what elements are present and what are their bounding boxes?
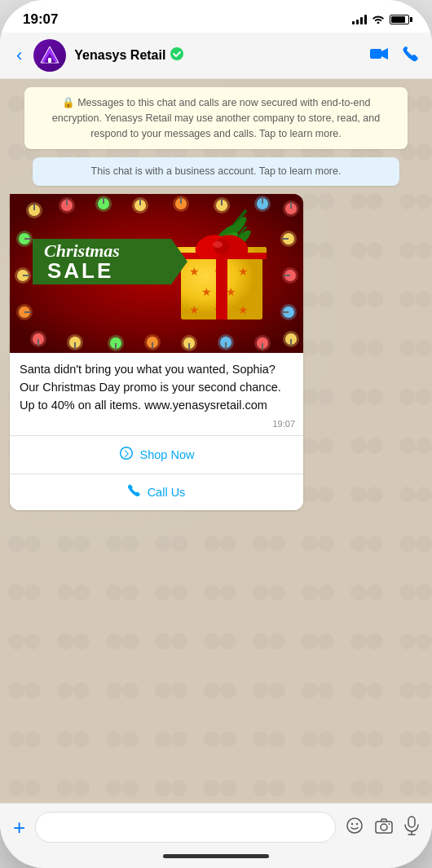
message-text-area: Santa didn't bring you what you wanted, … — [10, 353, 303, 417]
svg-text:★: ★ — [238, 303, 249, 316]
promo-image: ★ ★ ★ ★ ★ ★ ★ ★ — [10, 194, 303, 353]
svg-rect-21 — [180, 197, 182, 204]
business-notice[interactable]: This chat is with a business account. Ta… — [33, 157, 399, 186]
business-notice-text: This chat is with a business account. Ta… — [91, 165, 342, 177]
svg-point-103 — [351, 822, 353, 824]
wifi-icon — [372, 14, 385, 26]
message-input[interactable] — [35, 812, 336, 843]
svg-point-98 — [213, 241, 223, 248]
svg-point-3 — [170, 47, 183, 60]
svg-rect-12 — [66, 199, 68, 205]
svg-rect-105 — [376, 822, 392, 833]
shop-now-button[interactable]: Shop Now — [10, 436, 303, 474]
svg-text:SALE: SALE — [47, 258, 113, 283]
bottom-icons — [346, 816, 419, 839]
svg-rect-66 — [282, 238, 289, 240]
svg-point-106 — [381, 824, 387, 831]
camera-button[interactable] — [375, 817, 393, 838]
svg-rect-69 — [284, 275, 290, 276]
brand-logo-icon — [39, 45, 60, 66]
security-notice-text: 🔒 Messages to this chat and calls are no… — [52, 97, 380, 139]
back-button[interactable]: ‹ — [13, 42, 25, 69]
svg-rect-18 — [139, 199, 141, 205]
home-bar — [163, 854, 269, 858]
svg-rect-36 — [74, 342, 76, 349]
svg-rect-108 — [408, 817, 415, 827]
call-us-button[interactable]: Call Us — [10, 474, 303, 510]
video-call-button[interactable] — [370, 46, 388, 66]
svg-rect-51 — [262, 343, 263, 350]
svg-rect-30 — [290, 202, 292, 209]
status-icons — [352, 14, 409, 26]
phone-frame: 19:07 ‹ — [0, 0, 432, 868]
svg-text:★: ★ — [189, 265, 200, 278]
svg-rect-27 — [262, 197, 263, 204]
svg-rect-15 — [103, 197, 104, 204]
nav-title-area: Yenasys Retail — [74, 47, 362, 64]
home-indicator — [0, 849, 432, 868]
message-text: Santa didn't bring you what you wanted, … — [20, 361, 293, 414]
svg-rect-54 — [290, 339, 292, 346]
chat-area[interactable]: 🔒 Messages to this chat and calls are no… — [0, 79, 432, 803]
call-us-label: Call Us — [148, 486, 186, 499]
svg-rect-72 — [282, 311, 289, 313]
svg-rect-39 — [115, 343, 117, 350]
brand-logo — [33, 39, 66, 72]
svg-rect-4 — [370, 49, 381, 59]
svg-text:★: ★ — [238, 265, 249, 278]
verified-badge — [170, 47, 183, 64]
shop-now-label: Shop Now — [140, 448, 195, 461]
svg-point-102 — [347, 818, 362, 833]
bottom-bar: + — [0, 803, 432, 849]
security-notice[interactable]: 🔒 Messages to this chat and calls are no… — [24, 87, 408, 149]
christmas-sale-image: ★ ★ ★ ★ ★ ★ ★ ★ — [10, 194, 303, 353]
svg-text:★: ★ — [201, 285, 212, 298]
svg-point-104 — [356, 822, 358, 824]
svg-rect-24 — [221, 199, 223, 205]
svg-rect-48 — [225, 342, 227, 349]
shop-now-icon — [119, 446, 134, 464]
svg-rect-42 — [152, 342, 153, 349]
svg-text:★: ★ — [189, 303, 200, 316]
phone-call-button[interactable] — [403, 46, 419, 66]
message-bubble: ★ ★ ★ ★ ★ ★ ★ ★ — [10, 194, 303, 510]
message-time: 19:07 — [272, 419, 295, 429]
message-container: ★ ★ ★ ★ ★ ★ ★ ★ — [10, 194, 422, 510]
battery-icon — [390, 15, 409, 24]
svg-rect-45 — [188, 343, 190, 350]
svg-rect-60 — [23, 275, 29, 276]
svg-rect-9 — [33, 204, 35, 210]
add-attachment-button[interactable]: + — [13, 815, 25, 840]
svg-marker-5 — [381, 48, 388, 59]
svg-rect-57 — [24, 238, 31, 240]
nav-actions — [370, 46, 419, 66]
nav-bar: ‹ Yenasys Retail — [0, 33, 432, 79]
svg-rect-63 — [24, 311, 31, 313]
svg-point-107 — [389, 823, 390, 825]
svg-rect-33 — [37, 339, 39, 346]
call-us-icon — [128, 484, 141, 500]
status-time: 19:07 — [23, 11, 58, 28]
message-footer: 19:07 — [10, 417, 303, 435]
emoji-button[interactable] — [346, 817, 364, 839]
nav-title: Yenasys Retail — [74, 48, 165, 63]
microphone-button[interactable] — [404, 816, 419, 839]
signal-icon — [352, 15, 367, 24]
svg-rect-2 — [48, 58, 51, 63]
